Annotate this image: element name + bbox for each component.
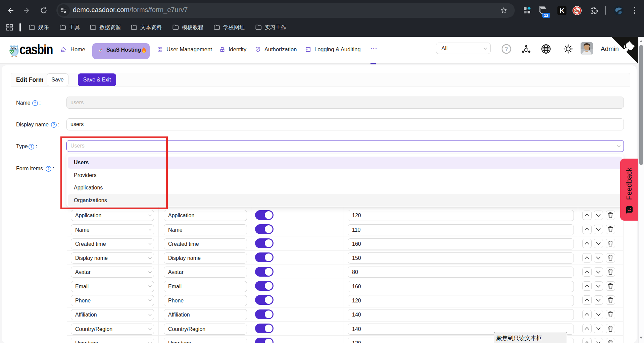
svg-text:?: ? xyxy=(53,123,55,127)
svg-text:?: ? xyxy=(47,167,49,171)
svg-text:?: ? xyxy=(30,145,32,149)
svg-text:?: ? xyxy=(34,101,36,105)
svg-text:?: ? xyxy=(505,46,508,52)
